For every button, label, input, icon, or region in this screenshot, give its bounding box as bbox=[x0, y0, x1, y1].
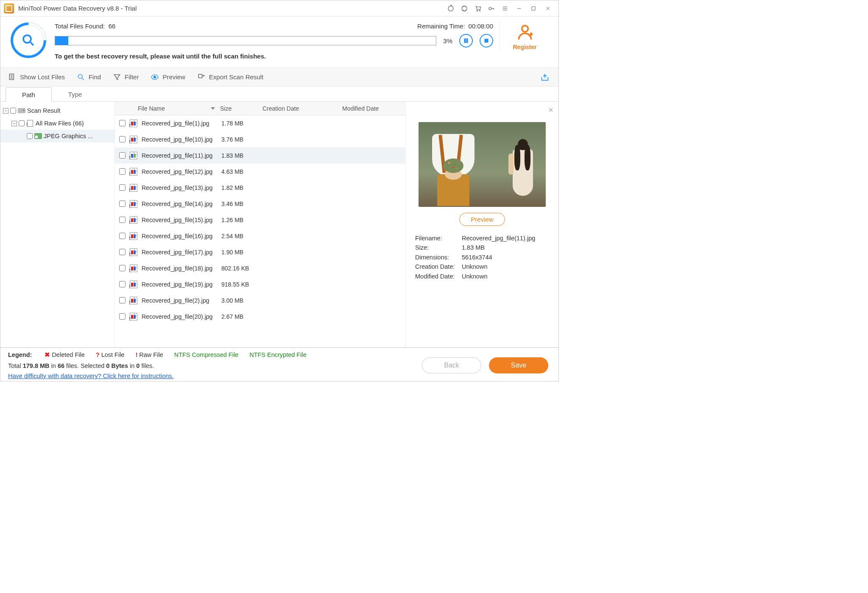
file-row[interactable]: !Recovered_jpg_file(20).jpg2.67 MB bbox=[115, 309, 405, 325]
column-size[interactable]: Size bbox=[220, 105, 262, 112]
tabs: Path Type bbox=[0, 86, 558, 102]
scan-header: Total Files Found: 66 Remaining Time: 00… bbox=[0, 17, 558, 68]
stop-button[interactable] bbox=[480, 34, 493, 47]
file-row[interactable]: !Recovered_jpg_file(1).jpg1.78 MB bbox=[115, 115, 405, 131]
export-button[interactable]: Export Scan Result bbox=[197, 73, 263, 81]
back-button[interactable]: Back bbox=[422, 357, 481, 373]
legend-raw: !Raw File bbox=[135, 351, 163, 358]
pause-button[interactable] bbox=[459, 34, 473, 47]
tab-type[interactable]: Type bbox=[52, 87, 99, 101]
file-checkbox[interactable] bbox=[119, 184, 126, 191]
file-checkbox[interactable] bbox=[119, 200, 126, 207]
preview-metadata: Filename:Recovered_jpg_file(11).jpg Size… bbox=[415, 234, 549, 281]
show-lost-files-button[interactable]: Show Lost Files bbox=[8, 73, 65, 81]
collapse-icon[interactable]: − bbox=[3, 108, 8, 114]
preview-modified-date: Unknown bbox=[462, 272, 487, 281]
filter-button[interactable]: Filter bbox=[113, 73, 139, 81]
raw-file-icon: ! bbox=[130, 184, 137, 192]
file-checkbox[interactable] bbox=[119, 281, 126, 287]
register-button[interactable]: Register bbox=[499, 22, 550, 50]
column-modified-date[interactable]: Modified Date bbox=[342, 105, 405, 112]
file-checkbox[interactable] bbox=[119, 152, 126, 159]
support-icon[interactable] bbox=[458, 2, 471, 15]
raw-file-icon: ! bbox=[130, 297, 137, 304]
minimize-button[interactable] bbox=[512, 2, 526, 15]
raw-file-icon: ! bbox=[130, 232, 137, 240]
close-preview-button[interactable]: × bbox=[548, 105, 553, 115]
scan-hint: To get the best recovery result, please … bbox=[55, 53, 493, 60]
list-header: File Name Size Creation Date Modified Da… bbox=[115, 102, 405, 115]
tree-scan-result[interactable]: − Scan Result bbox=[0, 104, 114, 117]
preview-thumbnail bbox=[419, 122, 546, 207]
file-checkbox[interactable] bbox=[119, 233, 126, 239]
tree-checkbox[interactable] bbox=[10, 108, 16, 114]
tree-all-raw-files[interactable]: − All Raw Files (66) bbox=[0, 117, 114, 130]
preview-button[interactable]: Preview bbox=[459, 213, 505, 226]
close-button[interactable] bbox=[541, 2, 555, 15]
file-name: Recovered_jpg_file(12).jpg bbox=[142, 168, 221, 175]
preview-toolbar-button[interactable]: Preview bbox=[151, 73, 185, 81]
file-row[interactable]: !Recovered_jpg_file(18).jpg802.16 KB bbox=[115, 260, 405, 276]
remaining-value: 00:08:00 bbox=[469, 22, 493, 30]
file-size: 3.00 MB bbox=[221, 297, 264, 304]
file-name: Recovered_jpg_file(13).jpg bbox=[142, 184, 221, 191]
found-label: Total Files Found: bbox=[55, 22, 105, 30]
menu-icon[interactable] bbox=[498, 2, 512, 15]
remaining-label: Remaining Time: bbox=[417, 22, 465, 30]
toolbar: Show Lost Files Find Filter Preview Expo… bbox=[0, 68, 558, 86]
file-row[interactable]: !Recovered_jpg_file(12).jpg4.63 MB bbox=[115, 164, 405, 180]
find-button[interactable]: Find bbox=[77, 73, 101, 81]
refresh-icon[interactable] bbox=[444, 2, 458, 15]
file-list-body[interactable]: !Recovered_jpg_file(1).jpg1.78 MB!Recove… bbox=[115, 115, 405, 347]
column-creation-date[interactable]: Creation Date bbox=[262, 105, 342, 112]
file-size: 3.76 MB bbox=[221, 136, 264, 143]
progress-bar bbox=[55, 36, 436, 45]
raw-file-icon: ! bbox=[130, 281, 137, 288]
file-checkbox[interactable] bbox=[119, 297, 126, 303]
preview-filename: Recovered_jpg_file(11).jpg bbox=[462, 234, 535, 243]
file-checkbox[interactable] bbox=[119, 265, 126, 271]
file-row[interactable]: !Recovered_jpg_file(16).jpg2.54 MB bbox=[115, 228, 405, 244]
column-filename[interactable]: File Name bbox=[115, 105, 220, 112]
help-link[interactable]: Have difficulty with data recovery? Clic… bbox=[8, 373, 174, 379]
found-count: 66 bbox=[109, 22, 116, 30]
file-size: 1.90 MB bbox=[221, 249, 264, 256]
save-button[interactable]: Save bbox=[489, 357, 548, 373]
legend-label: Legend: bbox=[8, 351, 32, 358]
collapse-icon[interactable]: − bbox=[11, 121, 17, 126]
svg-point-3 bbox=[479, 10, 480, 11]
tab-path[interactable]: Path bbox=[6, 87, 52, 102]
file-row[interactable]: !Recovered_jpg_file(11).jpg1.83 MB bbox=[115, 148, 405, 164]
cart-icon[interactable] bbox=[471, 2, 485, 15]
file-checkbox[interactable] bbox=[119, 120, 126, 126]
key-icon[interactable] bbox=[485, 2, 498, 15]
file-row[interactable]: !Recovered_jpg_file(15).jpg1.26 MB bbox=[115, 212, 405, 228]
tree-checkbox[interactable] bbox=[27, 133, 33, 139]
file-name: Recovered_jpg_file(20).jpg bbox=[142, 313, 221, 320]
tree-jpeg-graphics[interactable]: JPEG Graphics ... bbox=[0, 130, 114, 142]
svg-rect-5 bbox=[532, 6, 535, 10]
file-name: Recovered_jpg_file(18).jpg bbox=[142, 265, 221, 272]
file-checkbox[interactable] bbox=[119, 249, 126, 255]
file-row[interactable]: !Recovered_jpg_file(10).jpg3.76 MB bbox=[115, 131, 405, 148]
file-size: 4.63 MB bbox=[221, 168, 264, 175]
file-size: 1.82 MB bbox=[221, 184, 264, 191]
file-row[interactable]: !Recovered_jpg_file(14).jpg3.46 MB bbox=[115, 196, 405, 212]
tree-checkbox[interactable] bbox=[19, 120, 25, 126]
file-row[interactable]: !Recovered_jpg_file(13).jpg1.82 MB bbox=[115, 180, 405, 196]
share-button[interactable] bbox=[539, 71, 551, 83]
maximize-button[interactable] bbox=[526, 2, 541, 15]
file-checkbox[interactable] bbox=[119, 168, 126, 175]
file-checkbox[interactable] bbox=[119, 217, 126, 223]
svg-point-6 bbox=[23, 35, 31, 43]
preview-dimensions: 5616x3744 bbox=[462, 253, 492, 262]
raw-file-icon: ! bbox=[130, 136, 137, 143]
file-row[interactable]: !Recovered_jpg_file(17).jpg1.90 MB bbox=[115, 244, 405, 260]
app-title: MiniTool Power Data Recovery v8.8 - Tria… bbox=[18, 5, 137, 12]
file-row[interactable]: !Recovered_jpg_file(2).jpg3.00 MB bbox=[115, 292, 405, 309]
file-checkbox[interactable] bbox=[119, 313, 126, 320]
file-size: 1.78 MB bbox=[221, 120, 264, 127]
file-size: 1.83 MB bbox=[221, 152, 264, 159]
file-checkbox[interactable] bbox=[119, 136, 126, 142]
file-row[interactable]: !Recovered_jpg_file(19).jpg918.55 KB bbox=[115, 276, 405, 292]
